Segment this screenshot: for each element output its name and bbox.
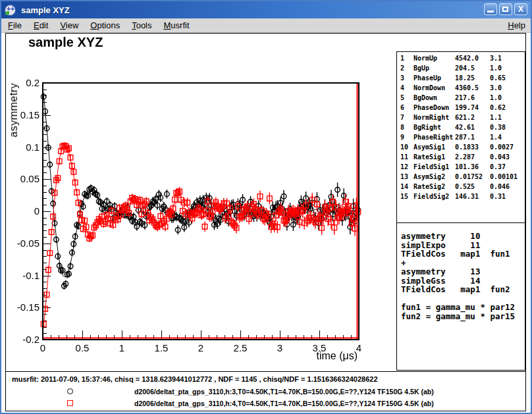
legend-label-1: d2006/deltat_pta_gps_3110,h:3,T0=4.50K,T… (134, 388, 434, 396)
parameter-row: 3PhaseUp18.250.65 (397, 74, 525, 84)
theory-line: asymmetry 10 (401, 232, 515, 241)
menu-musrfit[interactable]: Musrfit (158, 19, 196, 32)
menu-options[interactable]: Options (84, 19, 126, 32)
legend-label-2: d2006/deltat_pta_gps_3110,h:4,T0=4.50K,T… (134, 400, 434, 407)
minimize-button[interactable] (484, 3, 497, 15)
theory-line: TFieldCos map1 fun2 (401, 285, 515, 294)
menu-help[interactable]: Help (502, 19, 531, 32)
parameter-row: 6PhaseDown199.740.62 (397, 104, 525, 114)
theory-line (401, 294, 515, 303)
parameter-row: 7NormRight621.21.1 (397, 114, 525, 124)
menu-edit[interactable]: Edit (28, 19, 54, 32)
menu-file[interactable]: File (1, 19, 28, 32)
theory-line: fun1 = gamma_mu * par12 (401, 303, 515, 312)
parameter-row: 2BgUp204.51.0 (397, 65, 525, 74)
theory-line: + (401, 259, 515, 268)
app-window: sample XYZ X File Edit View Options Tool… (0, 0, 532, 414)
menu-view[interactable]: View (54, 19, 84, 32)
theory-line: simplExpo 11 (401, 241, 515, 250)
parameter-row: 11RateSig12.2870.043 (397, 153, 525, 163)
theory-line: asymmetry 13 (401, 267, 515, 276)
maximize-icon (502, 7, 508, 12)
parameter-row: 9PhaseRight287.11.4 (397, 134, 525, 143)
legend-row: d2006/deltat_pta_gps_3110,h:3,T0=4.50K,T… (6, 388, 525, 396)
series2-square-marker-icon (67, 400, 73, 406)
close-icon: X (515, 5, 527, 14)
menu-bar: File Edit View Options Tools Musrfit Hel… (1, 18, 531, 33)
close-button[interactable]: X (514, 3, 527, 15)
title-bar[interactable]: sample XYZ X (1, 1, 531, 18)
asymmetry-plot[interactable] (6, 34, 394, 371)
stat-box-divider (397, 222, 525, 223)
parameter-row: 10AsymSig10.18330.0027 (397, 143, 525, 153)
parameter-row: 8BgRight42.610.38 (397, 124, 525, 134)
parameter-row: 13AsymSig20.017520.00101 (397, 173, 525, 183)
window-title: sample XYZ (21, 5, 70, 15)
theory-line: simpleGss 14 (401, 276, 515, 286)
y-axis-title: asymmetry (8, 83, 20, 138)
minimize-icon (487, 11, 494, 13)
parameter-row: 12FieldSig1101.360.37 (397, 163, 525, 173)
root-canvas: sample XYZ asymmetry time (μs) 1NormUp45… (1, 33, 531, 413)
theory-block: asymmetry 10simplExpo 11TFieldCos map1 f… (401, 232, 515, 321)
fit-status-line: musrfit: 2011-07-09, 15:37:46, chisq = 1… (12, 375, 378, 383)
parameter-row: 1NormUp4542.03.1 (397, 55, 525, 65)
fit-parameter-box: 1NormUp4542.03.12BgUp204.51.03PhaseUp18.… (396, 51, 525, 371)
parameter-row: 5BgDown217.61.0 (397, 94, 525, 104)
menu-tools[interactable]: Tools (126, 19, 157, 32)
series1-circle-marker-icon (67, 388, 73, 394)
theory-line: fun2 = gamma_mu * par15 (401, 312, 515, 321)
maximize-button[interactable] (499, 3, 512, 15)
run-info-box: musrfit: 2011-07-09, 15:37:46, chisq = 1… (5, 371, 526, 411)
parameter-row: 15FieldSig2146.310.31 (397, 193, 525, 203)
parameter-row: 4NormDown4360.53.0 (397, 84, 525, 94)
parameter-row: 14RateSig20.5250.046 (397, 183, 525, 193)
plot-title: sample XYZ (28, 35, 103, 50)
legend-row: d2006/deltat_pta_gps_3110,h:4,T0=4.50K,T… (6, 400, 525, 407)
root-logo-icon[interactable] (5, 5, 16, 16)
theory-line: TFieldCos map1 fun1 (401, 249, 515, 259)
x-axis-title: time (μs) (265, 350, 358, 362)
